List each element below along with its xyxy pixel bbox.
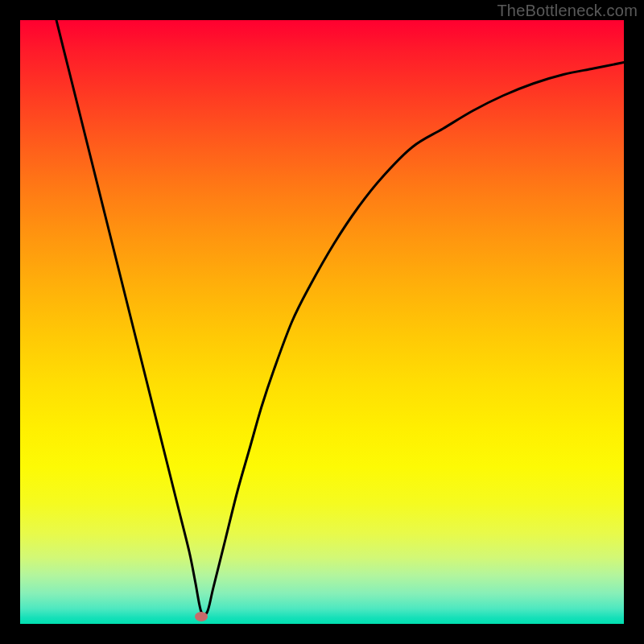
curve-layer	[20, 20, 624, 624]
optimum-marker	[195, 612, 208, 621]
chart-container: TheBottleneck.com	[0, 0, 644, 644]
bottleneck-curve	[56, 20, 624, 615]
plot-area	[20, 20, 624, 624]
watermark-text: TheBottleneck.com	[497, 2, 638, 20]
